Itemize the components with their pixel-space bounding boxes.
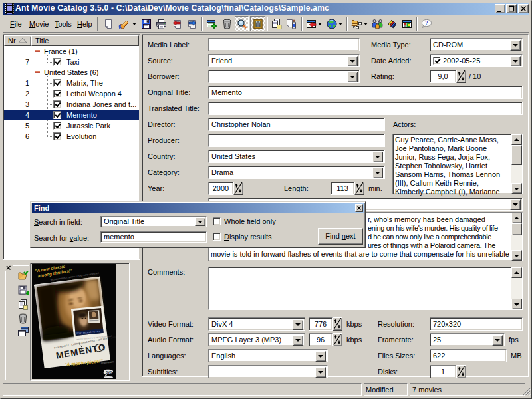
svg-text:?: ? (425, 19, 428, 27)
svg-text:DVD: DVD (106, 371, 112, 374)
